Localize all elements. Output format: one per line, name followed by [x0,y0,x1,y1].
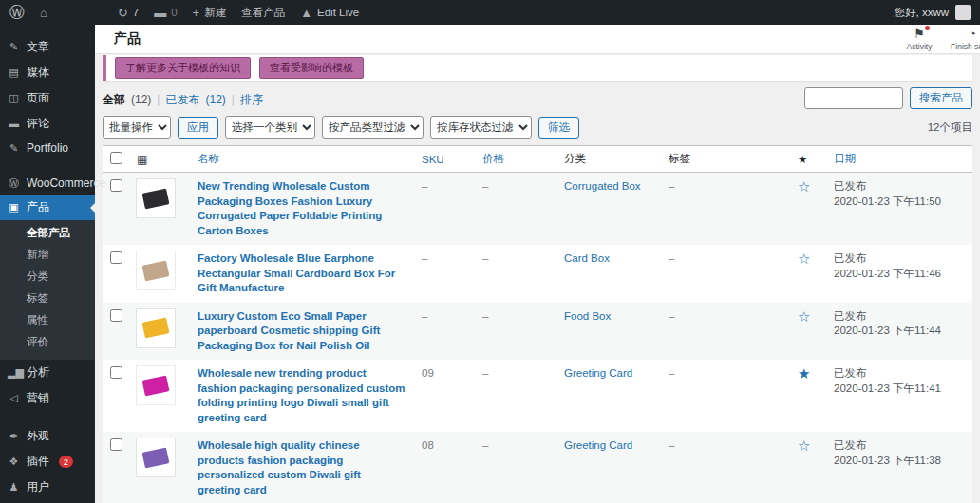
new-content-menu[interactable]: +新建 [193,6,227,20]
activity-panel-button[interactable]: ⚑ Activity [895,25,944,53]
row-checkbox[interactable] [110,366,122,379]
finish-setup-button[interactable]: ◔ Finish setup [948,25,980,53]
product-date: 2020-01-23 下午11:46 [834,267,965,282]
sidebar-item-portfolio[interactable]: ✎Portfolio [0,137,95,159]
submenu-all-products[interactable]: 全部产品 [0,222,95,244]
row-checkbox[interactable] [110,252,122,264]
bulk-action-select[interactable]: 批量操作 [103,116,171,139]
column-date[interactable]: 日期 [826,146,972,173]
edit-live-icon: ▲ [300,7,312,19]
activity-unread-dot [925,26,930,30]
product-category-link[interactable]: Greeting Card [564,367,632,379]
sidebar-item-woocommerce[interactable]: ⓌWooCommerce [0,172,95,195]
sidebar-item-users[interactable]: ♟用户 [0,475,95,500]
list-views-row: 全部 (12) | 已发布 (12) | 排序 搜索产品 [103,88,972,111]
product-category-link[interactable]: Food Box [564,310,611,322]
product-name-link[interactable]: Factory Wholesale Blue Earphone Rectangu… [198,252,406,296]
submenu-attributes[interactable]: 属性 [0,309,95,331]
product-thumbnail[interactable] [137,309,175,347]
featured-star-toggle[interactable]: ☆ [790,245,826,303]
view-published-link[interactable]: 已发布 [165,92,199,108]
home-icon: ⌂ [40,7,47,19]
row-checkbox[interactable] [110,309,122,322]
view-affected-templates-button[interactable]: 查看受影响的模板 [259,57,364,79]
items-count: 12个项目 [928,121,972,135]
sidebar-item-label: 文章 [27,39,49,55]
column-sku[interactable]: SKU [414,146,475,173]
category-filter-select[interactable]: 选择一个类别 [225,116,315,139]
column-price[interactable]: 价格 [475,146,556,173]
sidebar-item-comments[interactable]: ▬评论 [0,111,95,137]
sidebar-item-products[interactable]: ▣产品 [0,195,95,220]
product-thumbnail[interactable] [137,366,175,404]
featured-star-toggle[interactable]: ☆ [790,173,826,246]
sidebar-item-marketing[interactable]: ◁营销 [0,385,95,411]
product-name-link[interactable]: New Trending Wholesale Custom Packaging … [198,179,406,238]
template-notice: 了解更多关于模板的知识 查看受影响的模板 [103,55,972,81]
table-row: Wholesale high quality chinese products … [103,432,972,503]
column-category: 分类 [556,146,661,173]
progress-clock-icon: ◔ [969,28,976,40]
separator: | [157,93,160,106]
table-header-row: ▦ 名称 SKU 价格 分类 标签 ★ 日期 [103,146,972,173]
product-tags: – [661,432,790,503]
archive-box-icon: ▣ [8,202,20,213]
row-checkbox[interactable] [110,179,122,192]
submenu-categories[interactable]: 分类 [0,266,95,288]
product-category-link[interactable]: Greeting Card [564,439,632,451]
submenu-add-new[interactable]: 新增 [0,244,95,266]
page-header: 产品 ⚑ Activity ◔ Finish setup [95,25,980,53]
comments-menu[interactable]: ▬0 [154,7,177,19]
table-row: New Trending Wholesale Custom Packaging … [103,173,972,246]
product-tags: – [661,173,790,246]
updates-menu[interactable]: ↻7 [118,7,139,19]
search-products-button[interactable]: 搜索产品 [910,87,972,109]
sidebar-item-label: 营销 [27,390,49,406]
howdy-account-menu[interactable]: 您好, xxww [895,6,950,20]
sidebar-item-analytics[interactable]: ▂▆分析 [0,360,95,385]
product-category-link[interactable]: Card Box [564,252,610,264]
select-all-checkbox[interactable] [110,152,122,164]
sidebar-item-plugins[interactable]: ❖插件2 [0,449,95,475]
table-row: Wholesale new trending product fashion p… [103,360,972,432]
submenu-reviews[interactable]: 评价 [0,331,95,353]
featured-star-toggle[interactable]: ☆ [790,432,826,503]
image-column-icon: ▦ [129,146,190,173]
wordpress-logo-menu[interactable]: Ⓦ [9,5,25,20]
submenu-tags[interactable]: 标签 [0,288,95,309]
apply-button[interactable]: 应用 [178,117,218,139]
site-home-menu[interactable]: ⌂ [40,7,47,19]
view-sort-link[interactable]: 排序 [240,92,263,108]
product-date: 2020-01-23 下午11:44 [834,324,965,339]
product-category-link[interactable]: Corrugated Box [564,180,641,192]
featured-star-toggle[interactable]: ☆ [790,303,826,361]
sidebar-item-label: 用户 [27,479,49,495]
product-name-link[interactable]: Luxury Custom Eco Small Paper paperboard… [198,309,406,354]
product-thumbnail[interactable] [137,252,175,289]
filter-button[interactable]: 筛选 [538,117,579,139]
product-name-link[interactable]: Wholesale new trending product fashion p… [198,366,406,425]
view-product-label: 查看产品 [241,6,285,20]
updates-icon: ↻ [118,7,128,19]
product-name-link[interactable]: Wholesale high quality chinese products … [198,438,406,497]
user-avatar[interactable] [955,5,971,20]
product-price: – [475,303,556,361]
view-all-link[interactable]: 全部 [103,92,125,108]
pages-icon: ◫ [8,93,20,103]
view-product-menu[interactable]: 查看产品 [241,6,285,20]
edit-live-menu[interactable]: ▲Edit Live [300,7,359,19]
featured-star-toggle[interactable]: ★ [790,360,826,432]
product-thumbnail[interactable] [137,438,175,476]
row-checkbox[interactable] [110,438,122,451]
product-type-filter-select[interactable]: 按产品类型过滤 [322,116,424,139]
sidebar-item-pages[interactable]: ◫页面 [0,85,95,111]
sidebar-item-media[interactable]: ▤媒体 [0,60,95,85]
learn-more-templates-button[interactable]: 了解更多关于模板的知识 [115,57,251,79]
column-name[interactable]: 名称 [190,146,414,173]
search-input[interactable] [804,87,903,109]
stock-status-filter-select[interactable]: 按库存状态过滤 [430,116,532,139]
sidebar-item-posts[interactable]: ✎文章 [0,34,95,60]
product-thumbnail[interactable] [137,179,175,217]
page-title: 产品 [114,30,141,47]
sidebar-item-appearance[interactable]: ✒外观 [0,423,95,449]
